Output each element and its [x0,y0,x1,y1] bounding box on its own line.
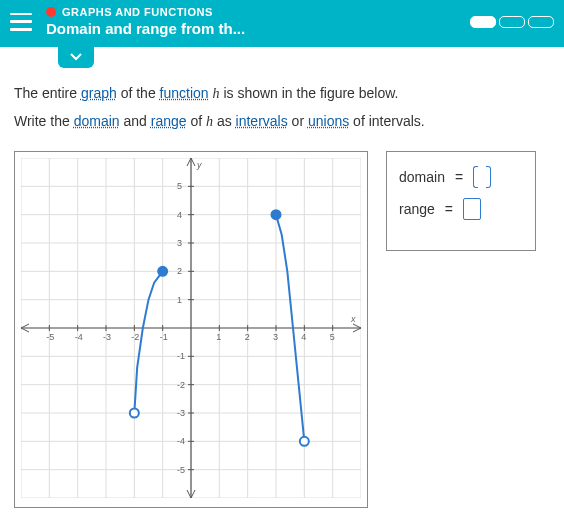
link-domain[interactable]: domain [74,113,120,129]
svg-text:-1: -1 [177,352,185,362]
svg-text:4: 4 [177,210,182,220]
link-intervals[interactable]: intervals [236,113,288,129]
menu-icon[interactable] [10,13,32,31]
domain-row: domain = [399,166,523,188]
main-row: -5-4-3-2-112345-5-4-3-2-112345xy domain … [14,151,550,508]
svg-text:1: 1 [216,332,221,342]
svg-point-73 [300,437,309,446]
svg-text:-4: -4 [177,437,185,447]
graph-plot: -5-4-3-2-112345-5-4-3-2-112345xy [21,158,361,498]
category-text: GRAPHS AND FUNCTIONS [62,6,213,18]
text: as [213,113,236,129]
red-dot-icon [46,7,56,17]
range-label: range [399,201,435,217]
svg-point-71 [158,267,167,276]
header-titles: GRAPHS AND FUNCTIONS Domain and range fr… [46,6,245,37]
text: of [187,113,206,129]
svg-point-70 [130,409,139,418]
link-graph[interactable]: graph [81,85,117,101]
svg-text:1: 1 [177,295,182,305]
function-name: h [213,86,220,101]
content: The entire graph of the function h is sh… [0,68,564,508]
svg-text:-4: -4 [75,332,83,342]
progress-pill [470,16,496,28]
equals-sign: = [445,201,453,217]
svg-text:-2: -2 [131,332,139,342]
text: of intervals. [349,113,424,129]
range-row: range = [399,198,523,220]
svg-text:-5: -5 [177,465,185,475]
svg-text:4: 4 [301,332,306,342]
svg-text:-2: -2 [177,380,185,390]
svg-text:-3: -3 [103,332,111,342]
graph-container: -5-4-3-2-112345-5-4-3-2-112345xy [14,151,368,508]
text: The entire [14,85,81,101]
chevron-down-icon [70,53,82,61]
svg-text:-3: -3 [177,408,185,418]
svg-text:-5: -5 [46,332,54,342]
svg-text:2: 2 [177,267,182,277]
text: and [120,113,151,129]
function-name: h [206,114,213,129]
domain-input[interactable] [473,166,491,188]
text: of the [117,85,160,101]
svg-text:y: y [196,160,202,170]
domain-label: domain [399,169,445,185]
text: is shown in the figure below. [220,85,399,101]
svg-text:3: 3 [273,332,278,342]
equals-sign: = [455,169,463,185]
progress-pill [528,16,554,28]
text: or [288,113,308,129]
svg-text:2: 2 [245,332,250,342]
link-unions[interactable]: unions [308,113,349,129]
progress-pill [499,16,525,28]
prompt-text: The entire graph of the function h is sh… [14,80,550,135]
svg-point-72 [272,210,281,219]
page-title: Domain and range from th... [46,20,245,37]
progress-pills [470,16,554,28]
dropdown-tab[interactable] [58,46,94,68]
link-function[interactable]: function [160,85,209,101]
svg-text:5: 5 [177,182,182,192]
answer-box: domain = range = [386,151,536,251]
svg-text:-1: -1 [160,332,168,342]
link-range[interactable]: range [151,113,187,129]
header: GRAPHS AND FUNCTIONS Domain and range fr… [0,0,564,47]
text: Write the [14,113,74,129]
range-input[interactable] [463,198,481,220]
svg-text:x: x [350,314,356,324]
svg-text:3: 3 [177,238,182,248]
svg-text:5: 5 [330,332,335,342]
category-label: GRAPHS AND FUNCTIONS [46,6,245,18]
